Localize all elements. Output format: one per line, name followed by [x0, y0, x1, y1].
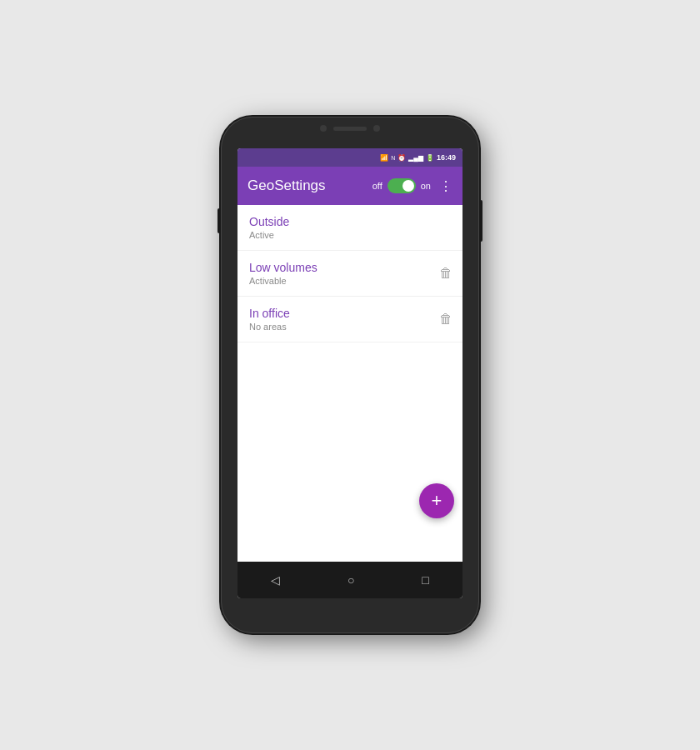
- content-area: Outside Active Low volumes Activable 🗑 I…: [238, 205, 462, 562]
- back-button[interactable]: ◁: [271, 573, 280, 587]
- front-sensor: [373, 125, 380, 132]
- battery-icon: 🔋: [426, 154, 434, 162]
- app-title: GeoSettings: [248, 178, 372, 194]
- item-subtitle: Activable: [249, 276, 451, 286]
- home-button[interactable]: ○: [348, 573, 354, 587]
- item-subtitle: Active: [249, 230, 451, 240]
- app-bar-actions: off on ⋮: [372, 178, 452, 194]
- app-bar: GeoSettings off on ⋮: [238, 167, 462, 205]
- item-title: In office: [249, 307, 451, 320]
- nfc-icon: N: [391, 155, 395, 161]
- status-time: 16:49: [437, 153, 456, 162]
- delete-icon[interactable]: 🗑: [439, 312, 452, 327]
- add-icon: +: [432, 492, 442, 510]
- signal-bars-icon: ▂▄▆: [408, 154, 423, 162]
- list-item[interactable]: Outside Active: [238, 205, 462, 251]
- add-fab-button[interactable]: +: [419, 483, 454, 518]
- toggle-off-label: off: [372, 181, 382, 191]
- front-camera: [320, 125, 327, 132]
- list-item[interactable]: Low volumes Activable 🗑: [238, 251, 462, 297]
- toggle-on-label: on: [421, 181, 431, 191]
- item-title: Outside: [249, 215, 451, 228]
- phone-top-details: [320, 125, 380, 132]
- status-icons: 📶 N ⏰ ▂▄▆ 🔋 16:49: [380, 153, 456, 162]
- android-nav-bar: ◁ ○ □: [238, 562, 462, 598]
- geo-toggle[interactable]: [388, 178, 416, 193]
- recents-button[interactable]: □: [422, 573, 428, 587]
- phone-device: 📶 N ⏰ ▂▄▆ 🔋 16:49 GeoSettings off on ⋮ O…: [221, 117, 479, 633]
- overflow-menu-icon[interactable]: ⋮: [439, 178, 452, 194]
- bluetooth-icon: 📶: [380, 154, 388, 162]
- alarm-icon: ⏰: [398, 154, 406, 162]
- item-subtitle: No areas: [249, 322, 451, 332]
- item-title: Low volumes: [249, 261, 451, 274]
- earpiece-speaker: [333, 127, 367, 131]
- delete-icon[interactable]: 🗑: [439, 266, 452, 281]
- phone-screen: 📶 N ⏰ ▂▄▆ 🔋 16:49 GeoSettings off on ⋮ O…: [238, 148, 462, 598]
- status-bar: 📶 N ⏰ ▂▄▆ 🔋 16:49: [238, 148, 462, 167]
- list-item[interactable]: In office No areas 🗑: [238, 297, 462, 342]
